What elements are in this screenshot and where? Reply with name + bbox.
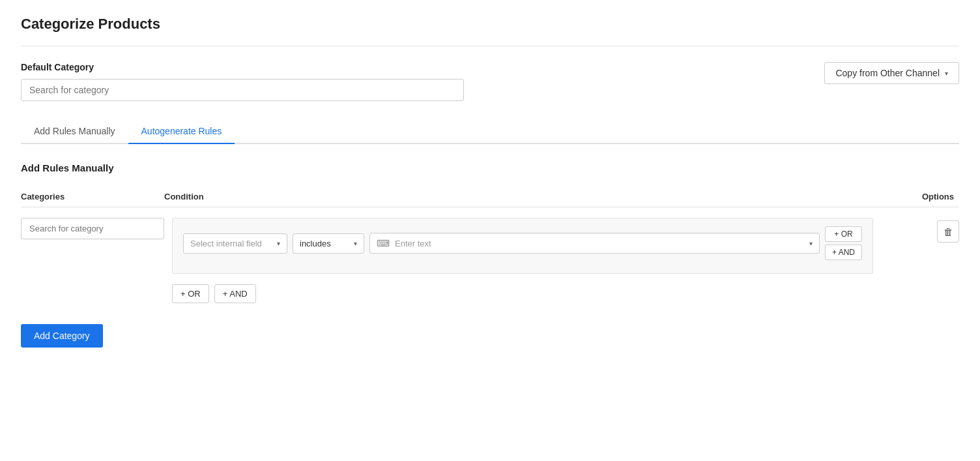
condition-row: Select internal field ▾ includes ▾ ⌨ Ent… [183, 226, 862, 260]
rules-section-title: Add Rules Manually [21, 162, 959, 173]
bottom-or-button[interactable]: + OR [172, 284, 209, 303]
add-category-button[interactable]: Add Category [21, 324, 103, 348]
operator-chevron-icon: ▾ [354, 240, 357, 247]
inline-and-button[interactable]: + AND [825, 245, 862, 260]
internal-field-placeholder: Select internal field [190, 239, 262, 248]
copy-button-label: Copy from Other Channel [835, 68, 940, 78]
rules-section: Add Rules Manually Categories Condition … [21, 162, 959, 348]
col-header-condition: Condition [164, 192, 881, 201]
category-cell [21, 218, 164, 239]
default-category-area: Default Category [21, 62, 824, 101]
internal-field-select[interactable]: Select internal field ▾ [183, 233, 287, 254]
inline-or-button[interactable]: + OR [825, 226, 862, 242]
value-placeholder: Enter text [395, 239, 431, 248]
operator-label: includes [300, 239, 331, 248]
value-input-area[interactable]: ⌨ Enter text ▾ [369, 233, 820, 254]
tabs-container: Add Rules Manually Autogenerate Rules [21, 119, 959, 144]
operator-select[interactable]: includes ▾ [293, 233, 364, 254]
copy-button-chevron-icon: ▾ [945, 70, 948, 77]
inline-or-and-buttons: + OR + AND [825, 226, 862, 260]
default-category-search[interactable] [21, 79, 464, 101]
section-divider [21, 46, 959, 46]
col-header-options: Options [881, 192, 959, 201]
copy-from-channel-button[interactable]: Copy from Other Channel ▾ [824, 62, 959, 84]
condition-cell: Select internal field ▾ includes ▾ ⌨ Ent… [172, 218, 873, 274]
keyboard-icon: ⌨ [377, 238, 390, 248]
trash-icon: 🗑 [944, 226, 953, 237]
default-category-label: Default Category [21, 62, 824, 72]
internal-field-chevron-icon: ▾ [277, 240, 280, 247]
bottom-and-button[interactable]: + AND [214, 284, 256, 303]
options-cell: 🗑 [881, 218, 959, 243]
delete-rule-button[interactable]: 🗑 [937, 220, 959, 243]
col-header-categories: Categories [21, 192, 164, 201]
bottom-or-and-buttons: + OR + AND [172, 284, 959, 303]
table-header: Categories Condition Options [21, 186, 959, 207]
tab-autogenerate-rules[interactable]: Autogenerate Rules [128, 119, 235, 144]
tab-add-rules-manually[interactable]: Add Rules Manually [21, 119, 128, 144]
category-search-input[interactable] [21, 218, 164, 239]
value-chevron-icon: ▾ [809, 240, 813, 247]
page-title: Categorize Products [21, 16, 959, 33]
rule-row: Select internal field ▾ includes ▾ ⌨ Ent… [21, 218, 959, 274]
top-section: Default Category Copy from Other Channel… [21, 62, 959, 101]
